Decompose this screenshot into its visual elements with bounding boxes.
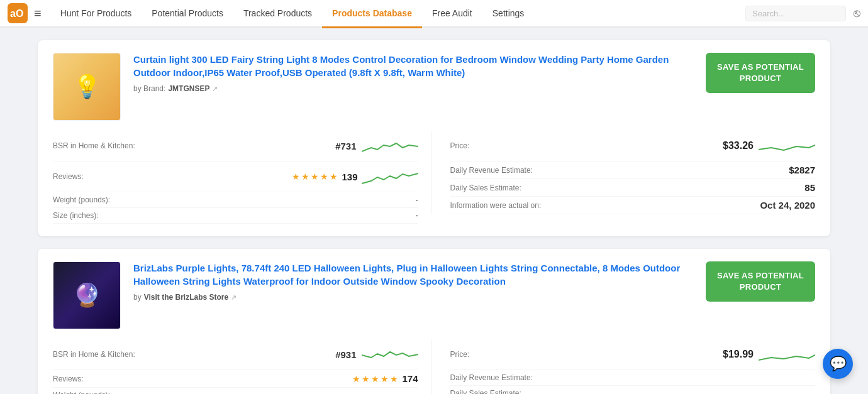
- product-info: BrizLabs Purple Lights, 78.74ft 240 LED …: [133, 261, 693, 302]
- daily-revenue-row: Daily Revenue Estimate:: [450, 370, 816, 386]
- reviews-count: 139: [342, 172, 357, 182]
- reviews-row: Reviews: ★ ★ ★ ★ ★ 139: [53, 161, 418, 192]
- reviews-row: Reviews: ★ ★ ★ ★ ★ 174: [53, 370, 418, 388]
- product-info: Curtain light 300 LED Fairy String Light…: [133, 53, 693, 93]
- nav-items: Hunt For Products Potential Products Tra…: [50, 0, 745, 27]
- product-title[interactable]: Curtain light 300 LED Fairy String Light…: [133, 53, 693, 79]
- product-image: [53, 261, 121, 329]
- navbar: aO ≡ Hunt For Products Potential Product…: [0, 0, 868, 28]
- bsr-chart: [362, 342, 418, 366]
- logo-icon: aO: [8, 3, 28, 23]
- price-row: Price: $19.99: [450, 339, 816, 370]
- bsr-value: #731: [335, 141, 356, 151]
- save-potential-button[interactable]: SAVE AS POTENTIALPRODUCT: [706, 53, 815, 93]
- nav-item-tracked[interactable]: Tracked Products: [233, 0, 322, 28]
- size-value: -: [416, 211, 418, 220]
- product-top: BrizLabs Purple Lights, 78.74ft 240 LED …: [53, 261, 815, 329]
- save-potential-button[interactable]: SAVE AS POTENTIALPRODUCT: [706, 261, 815, 302]
- product-top: Curtain light 300 LED Fairy String Light…: [53, 53, 815, 121]
- bsr-chart: [362, 134, 418, 158]
- brand-name[interactable]: Visit the BrizLabs Store: [144, 293, 228, 302]
- price-row: Price: $33.26: [450, 131, 816, 161]
- daily-revenue-value: $2827: [789, 165, 815, 175]
- bsr-row: BSR in Home & Kitchen: #931: [53, 339, 418, 370]
- product-brand: by Visit the BrizLabs Store ↗: [133, 293, 693, 302]
- hamburger-icon[interactable]: ≡: [34, 6, 42, 21]
- daily-sales-row: Daily Sales Estimate:: [450, 386, 816, 394]
- nav-item-hunt[interactable]: Hunt For Products: [50, 0, 142, 28]
- bsr-row: BSR in Home & Kitchen: #731: [53, 131, 418, 161]
- price-chart: [759, 134, 815, 158]
- weight-value: -: [416, 195, 418, 204]
- price-value: $33.26: [723, 140, 754, 151]
- product-card: Curtain light 300 LED Fairy String Light…: [38, 40, 830, 236]
- bsr-value: #931: [335, 349, 356, 360]
- nav-right: ⎋: [745, 6, 860, 21]
- nav-exit-icon[interactable]: ⎋: [854, 7, 860, 20]
- daily-sales-value: 85: [804, 182, 815, 193]
- logo[interactable]: aO: [8, 3, 28, 23]
- weight-value: -: [416, 391, 418, 394]
- weight-row: Weight (pounds): -: [53, 192, 418, 208]
- chat-icon: 💬: [830, 356, 847, 372]
- brand-name[interactable]: JMTGNSEP: [168, 84, 209, 93]
- price-value: $19.99: [723, 349, 754, 360]
- nav-item-database[interactable]: Products Database: [322, 0, 422, 28]
- info-actual-value: Oct 24, 2020: [760, 200, 815, 211]
- main-content: Curtain light 300 LED Fairy String Light…: [0, 28, 868, 394]
- nav-item-potential[interactable]: Potential Products: [142, 0, 233, 28]
- price-chart: [759, 342, 815, 366]
- nav-search-input[interactable]: [745, 6, 846, 21]
- info-actual-row: Information were actual on: Oct 24, 2020: [450, 197, 816, 214]
- star-rating: ★ ★ ★ ★ ★: [292, 172, 338, 182]
- nav-item-settings[interactable]: Settings: [482, 0, 535, 28]
- svg-text:aO: aO: [10, 8, 23, 19]
- reviews-chart: [362, 165, 418, 189]
- reviews-count: 174: [402, 373, 418, 384]
- product-title[interactable]: BrizLabs Purple Lights, 78.74ft 240 LED …: [133, 261, 693, 288]
- nav-item-audit[interactable]: Free Audit: [422, 0, 482, 28]
- daily-sales-row: Daily Sales Estimate: 85: [450, 179, 816, 197]
- product-brand: by Brand: JMTGNSEP ↗: [133, 84, 693, 93]
- star-rating: ★ ★ ★ ★ ★: [352, 374, 398, 384]
- product-image: [53, 53, 121, 121]
- chat-bubble[interactable]: 💬: [823, 349, 853, 379]
- daily-revenue-row: Daily Revenue Estimate: $2827: [450, 161, 816, 179]
- size-row: Size (inches): -: [53, 208, 418, 224]
- external-link-icon: ↗: [231, 293, 236, 302]
- product-card: BrizLabs Purple Lights, 78.74ft 240 LED …: [38, 249, 830, 394]
- external-link-icon: ↗: [212, 85, 218, 93]
- weight-row: Weight (pounds): -: [53, 388, 418, 394]
